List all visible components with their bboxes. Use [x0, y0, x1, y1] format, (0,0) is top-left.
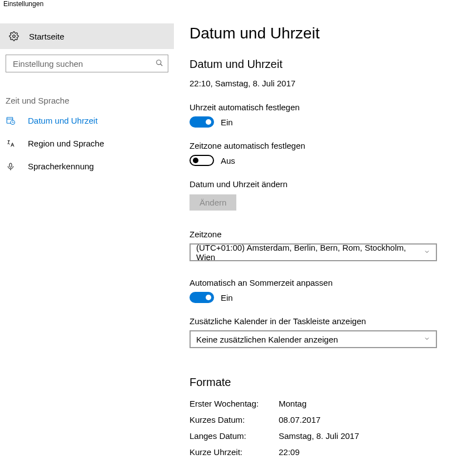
auto-timezone-label: Zeitzone automatisch festlegen [190, 141, 453, 150]
gear-icon [9, 31, 19, 41]
change-datetime-label: Datum und Uhrzeit ändern [190, 179, 453, 189]
section-heading-formats: Formate [190, 376, 453, 389]
dst-state: Ein [221, 293, 233, 302]
format-value: Samstag, 8. Juli 2017 [279, 431, 359, 441]
sidebar-item-date-time[interactable]: Datum und Uhrzeit [0, 109, 174, 132]
format-row-first-day: Erster Wochentag: Montag [190, 399, 453, 408]
section-heading-datetime: Datum und Uhrzeit [190, 58, 453, 71]
sidebar-section-label: Zeit und Sprache [0, 72, 174, 109]
format-row-long-date: Langes Datum: Samstag, 8. Juli 2017 [190, 431, 453, 441]
timezone-value: (UTC+01:00) Amsterdam, Berlin, Bern, Rom… [196, 243, 424, 262]
settings-search-box[interactable] [6, 55, 168, 72]
format-label: Langes Datum: [190, 431, 279, 441]
auto-time-toggle[interactable] [190, 116, 214, 128]
format-label: Kurze Uhrzeit: [190, 447, 279, 457]
search-icon [156, 59, 163, 69]
format-value: 08.07.2017 [279, 415, 320, 424]
svg-rect-9 [9, 163, 12, 167]
chevron-down-icon [424, 335, 430, 344]
extra-calendars-label: Zusätzliche Kalender in der Taskleiste a… [190, 316, 453, 326]
sidebar-item-label: Region und Sprache [28, 139, 104, 148]
chevron-down-icon [424, 248, 430, 257]
window-title: Einstellungen [0, 0, 476, 10]
change-datetime-button[interactable]: Ändern [190, 194, 236, 211]
auto-timezone-state: Aus [221, 156, 235, 165]
extra-calendars-value: Keine zusätzlichen Kalender anzeigen [196, 335, 338, 344]
format-row-short-date: Kurzes Datum: 08.07.2017 [190, 415, 453, 424]
format-label: Erster Wochentag: [190, 399, 279, 408]
auto-time-label: Uhrzeit automatisch festlegen [190, 102, 453, 112]
sidebar-item-region-language[interactable]: Region und Sprache [0, 132, 174, 155]
svg-line-2 [161, 63, 163, 66]
search-input[interactable] [12, 58, 156, 69]
sidebar-item-label: Spracherkennung [28, 162, 94, 171]
settings-sidebar: Startseite Zeit und Sprache Datum und [0, 10, 174, 463]
sidebar-home-label: Startseite [29, 32, 64, 41]
dst-label: Automatisch an Sommerzeit anpassen [190, 278, 453, 287]
sidebar-item-label: Datum und Uhrzeit [28, 116, 98, 125]
microphone-icon [6, 162, 16, 171]
extra-calendars-dropdown[interactable]: Keine zusätzlichen Kalender anzeigen [190, 330, 437, 348]
format-row-short-time: Kurze Uhrzeit: 22:09 [190, 447, 453, 457]
svg-point-1 [157, 60, 161, 64]
sidebar-item-speech[interactable]: Spracherkennung [0, 155, 174, 178]
timezone-dropdown[interactable]: (UTC+01:00) Amsterdam, Berlin, Bern, Rom… [190, 243, 437, 261]
sidebar-home[interactable]: Startseite [0, 23, 174, 49]
auto-timezone-toggle[interactable] [190, 155, 214, 166]
page-title: Datum und Uhrzeit [190, 25, 453, 42]
format-label: Kurzes Datum: [190, 415, 279, 424]
dst-toggle[interactable] [190, 292, 214, 303]
language-icon [6, 139, 16, 148]
svg-point-0 [13, 35, 16, 38]
calendar-clock-icon [6, 115, 16, 125]
timezone-label: Zeitzone [190, 229, 453, 239]
auto-time-state: Ein [221, 118, 233, 127]
format-value: Montag [279, 399, 307, 408]
format-value: 22:09 [279, 447, 300, 457]
svg-line-7 [13, 123, 14, 123]
current-datetime: 22:10, Samstag, 8. Juli 2017 [190, 79, 453, 88]
main-content: Datum und Uhrzeit Datum und Uhrzeit 22:1… [174, 10, 453, 463]
